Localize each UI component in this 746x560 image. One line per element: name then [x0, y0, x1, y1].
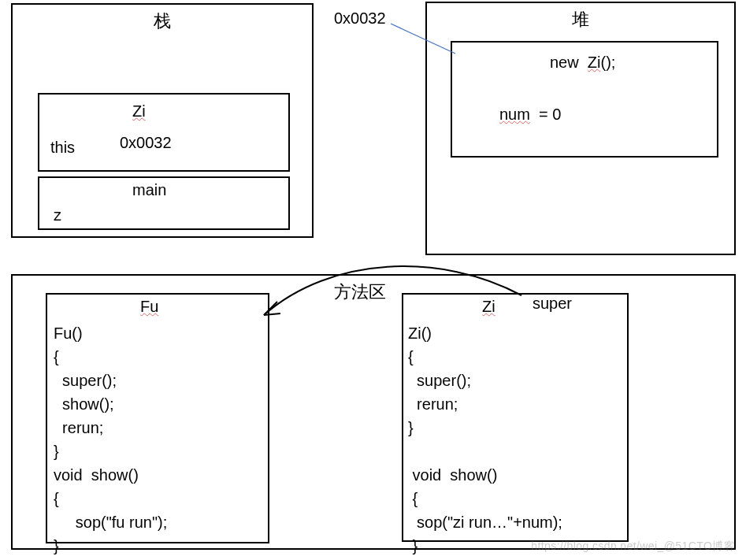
- zi-classname: Zi: [132, 102, 146, 121]
- stack-frame-main: main z: [38, 176, 290, 230]
- heap-field-num: num = 0: [499, 106, 561, 124]
- zi-class-box: Zi Zi() { super(); rerun; } void show() …: [402, 293, 629, 542]
- this-value: 0x0032: [120, 134, 172, 152]
- fu-class-name: Fu: [140, 298, 158, 316]
- stack-area: 栈 Zi this 0x0032 main z: [11, 3, 314, 238]
- this-label: this: [50, 139, 75, 157]
- method-area-title: 方法区: [334, 280, 386, 304]
- zi-class-name: Zi: [482, 298, 495, 316]
- stack-frame-zi: Zi this 0x0032: [38, 93, 290, 172]
- heap-object-box: new Zi(); num = 0: [451, 41, 718, 158]
- heap-title: 堆: [427, 3, 734, 36]
- zi-class-code: Zi() { super(); rerun; } void show() { s…: [408, 321, 562, 558]
- pointer-address-label: 0x0032: [334, 9, 386, 28]
- stack-title: 栈: [13, 5, 312, 38]
- method-area: 方法区 super Fu Fu() { super(); show(); rer…: [11, 274, 736, 550]
- fu-class-code: Fu() { super(); show(); rerun; } void sh…: [54, 321, 167, 558]
- heap-area: 堆 new Zi(); num = 0: [425, 2, 736, 255]
- watermark: https://blog.csdn.net/wei_@51CTO博客: [531, 540, 735, 554]
- main-var-z: z: [54, 206, 61, 224]
- main-label: main: [132, 181, 166, 199]
- heap-object-heading: new Zi();: [550, 54, 615, 72]
- fu-class-box: Fu Fu() { super(); show(); rerun; } void…: [46, 293, 269, 543]
